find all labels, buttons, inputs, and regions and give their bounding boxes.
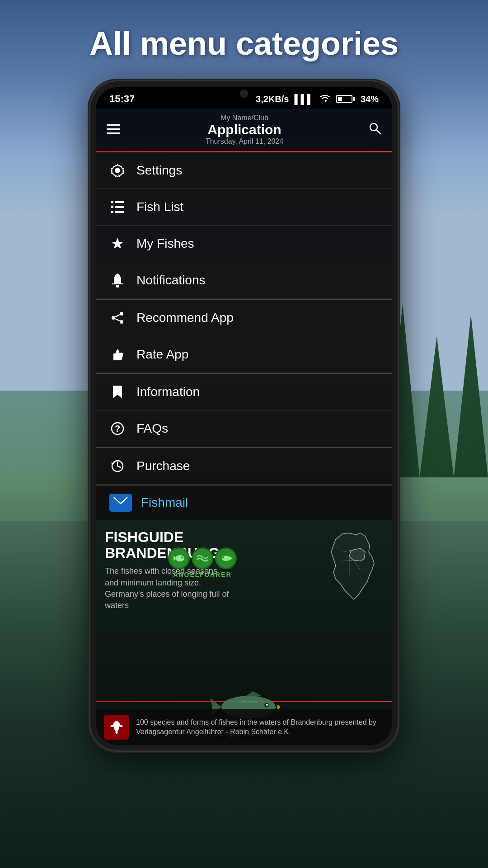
menu-item-faqs[interactable]: ? FAQs bbox=[96, 410, 392, 447]
svg-point-27 bbox=[222, 556, 230, 561]
logo-circle-fish bbox=[168, 547, 190, 569]
hamburger-button[interactable] bbox=[107, 122, 120, 137]
status-time: 15:37 bbox=[109, 93, 135, 105]
header-title: Application bbox=[120, 122, 369, 137]
svg-marker-13 bbox=[112, 238, 123, 249]
phone-frame: 15:37 3,2KB/s ▌▌▌ bbox=[90, 81, 398, 750]
menu-label-recommend-app: Recommend App bbox=[136, 311, 234, 325]
menu-label-purchase: Purchase bbox=[136, 459, 190, 473]
share-icon bbox=[109, 310, 126, 326]
gear-icon bbox=[109, 162, 126, 179]
star-icon bbox=[109, 236, 126, 252]
svg-point-24 bbox=[175, 555, 184, 561]
menu-item-information[interactable]: Information bbox=[96, 374, 392, 410]
svg-point-16 bbox=[112, 316, 115, 320]
list-icon bbox=[109, 199, 126, 215]
svg-point-14 bbox=[116, 285, 119, 288]
fishmail-label: Fishmail bbox=[141, 495, 188, 510]
battery-icon bbox=[336, 95, 355, 103]
bookmark-icon bbox=[109, 384, 126, 400]
camera-dot bbox=[240, 90, 248, 98]
svg-line-19 bbox=[115, 319, 120, 321]
menu-item-fish-list[interactable]: Fish List bbox=[96, 189, 392, 226]
germany-map bbox=[324, 529, 383, 604]
svg-rect-7 bbox=[111, 201, 113, 203]
svg-point-36 bbox=[266, 704, 268, 706]
logo-circles bbox=[168, 547, 237, 569]
svg-line-18 bbox=[115, 315, 120, 317]
logo-circle-wave bbox=[192, 547, 213, 569]
app-logo: ANGELFÜHRER bbox=[168, 547, 237, 578]
menu-item-rate-app[interactable]: Rate App bbox=[96, 336, 392, 373]
svg-marker-28 bbox=[230, 556, 232, 561]
svg-point-26 bbox=[182, 557, 183, 558]
phone-screen: 15:37 3,2KB/s ▌▌▌ bbox=[96, 87, 392, 745]
wifi-icon bbox=[319, 94, 331, 105]
svg-rect-10 bbox=[115, 206, 124, 208]
menu-drawer: Settings Fish List bbox=[96, 152, 392, 520]
svg-rect-1 bbox=[107, 128, 120, 130]
mail-icon bbox=[109, 494, 132, 512]
footer-eagle-icon bbox=[104, 715, 129, 740]
svg-rect-0 bbox=[107, 124, 120, 126]
menu-item-fishmail[interactable]: Fishmail bbox=[96, 486, 392, 520]
menu-item-purchase[interactable]: Purchase bbox=[96, 448, 392, 485]
logo-text: ANGELFÜHRER bbox=[173, 571, 231, 578]
footer-bar: 100 species and forms of fishes in the w… bbox=[96, 709, 392, 745]
svg-point-5 bbox=[116, 169, 119, 172]
svg-rect-11 bbox=[111, 211, 113, 213]
menu-item-notifications[interactable]: Notifications bbox=[96, 262, 392, 299]
menu-label-fish-list: Fish List bbox=[136, 200, 183, 214]
menu-label-my-fishes: My Fishes bbox=[136, 236, 194, 251]
status-right: 3,2KB/s ▌▌▌ bbox=[256, 94, 379, 105]
question-icon: ? bbox=[109, 420, 126, 437]
menu-label-notifications: Notifications bbox=[136, 273, 206, 288]
header-date: Thursday, April 11, 2024 bbox=[120, 137, 369, 146]
menu-label-rate-app: Rate App bbox=[136, 347, 188, 362]
search-button[interactable] bbox=[369, 122, 381, 138]
thumbsup-icon bbox=[109, 346, 126, 363]
menu-item-recommend-app[interactable]: Recommend App bbox=[96, 300, 392, 336]
svg-rect-9 bbox=[111, 206, 113, 208]
history-icon bbox=[109, 458, 126, 474]
bottom-area: FISHGUIDE BRANDENBURG The fishes with cl… bbox=[96, 520, 392, 745]
menu-item-my-fishes[interactable]: My Fishes bbox=[96, 226, 392, 262]
menu-label-settings: Settings bbox=[136, 163, 182, 178]
svg-rect-8 bbox=[115, 201, 124, 203]
svg-text:?: ? bbox=[115, 424, 120, 434]
header-center: My Name/Club Application Thursday, April… bbox=[120, 114, 369, 146]
menu-item-settings[interactable]: Settings bbox=[96, 152, 392, 189]
status-bar: 15:37 3,2KB/s ▌▌▌ bbox=[96, 87, 392, 108]
svg-marker-25 bbox=[174, 556, 176, 561]
menu-label-faqs: FAQs bbox=[136, 421, 168, 436]
page-title: All menu categories bbox=[0, 25, 488, 62]
screen-content: 15:37 3,2KB/s ▌▌▌ bbox=[96, 87, 392, 745]
menu-label-information: Information bbox=[136, 385, 200, 399]
battery-percent: 34% bbox=[361, 94, 379, 104]
bell-icon bbox=[109, 272, 126, 288]
status-speed: 3,2KB/s bbox=[256, 94, 289, 104]
svg-rect-12 bbox=[115, 211, 124, 213]
svg-point-15 bbox=[120, 312, 123, 316]
header-subtitle: My Name/Club bbox=[120, 114, 369, 122]
svg-point-17 bbox=[120, 320, 123, 324]
svg-point-29 bbox=[223, 557, 224, 558]
footer-text: 100 species and forms of fishes in the w… bbox=[136, 718, 384, 737]
svg-line-4 bbox=[376, 130, 380, 134]
svg-rect-2 bbox=[107, 132, 120, 134]
logo-circle-fish2 bbox=[215, 547, 237, 569]
app-header: My Name/Club Application Thursday, April… bbox=[96, 108, 392, 151]
signal-icon: ▌▌▌ bbox=[294, 94, 314, 104]
